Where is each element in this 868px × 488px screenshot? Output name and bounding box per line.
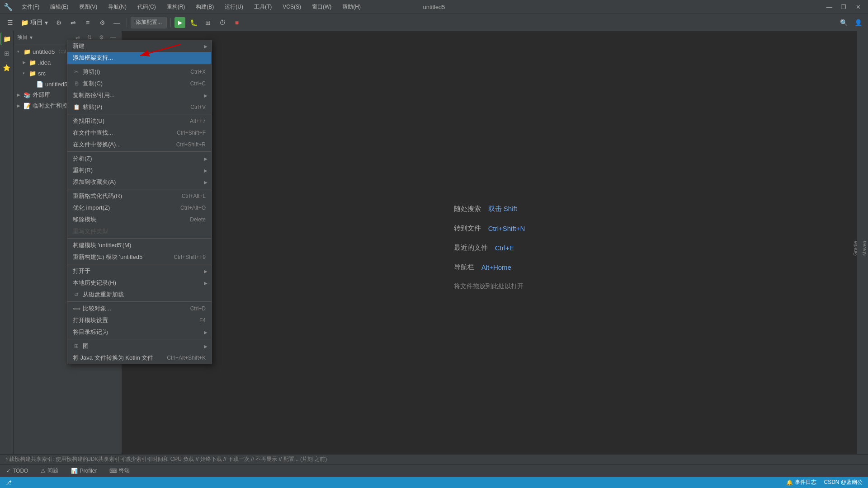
ctx-convert-java-kotlin[interactable]: 将 Java 文件转换为 Kotlin 文件 Ctrl+Alt+Shift+K — [67, 352, 211, 364]
todo-tab[interactable]: ✓ TODO — [4, 465, 31, 477]
ctx-find-in-files[interactable]: 在文件中查找... Ctrl+Shift+F — [67, 127, 211, 139]
ctx-remove-module[interactable]: 移除模块 Delete — [67, 214, 211, 225]
ctx-remove-module-label: 移除模块 — [73, 216, 187, 224]
structure-activity-icon[interactable]: ⊞ — [0, 47, 13, 60]
ctx-reformat-shortcut: Ctrl+Alt+L — [182, 193, 206, 199]
terminal-tab[interactable]: ⌨ 终端 — [107, 465, 132, 477]
cut-icon: ✂ — [73, 69, 80, 75]
user-status[interactable]: CSDN @蓝幽公 — [822, 477, 864, 488]
maven-sidebar-item[interactable]: Maven — [861, 239, 868, 258]
ctx-copy[interactable]: ⎘ 复制(C) Ctrl+C — [67, 78, 211, 89]
ctx-paste-label: 粘贴(P) — [83, 103, 188, 111]
tree-root-label: untitled5 — [33, 48, 55, 55]
ctx-open-in-label: 打开于 — [73, 267, 206, 275]
toolbar-right: 🔍 👤 — [837, 16, 864, 29]
ctx-build-module[interactable]: 构建模块 'untitled5'(M) — [67, 239, 211, 251]
ctx-paste[interactable]: 📋 粘贴(P) Ctrl+V — [67, 101, 211, 113]
gradle-sidebar-item[interactable]: Gradle — [852, 239, 859, 258]
ctx-open-in[interactable]: 打开于 ▶ — [67, 265, 211, 277]
menu-vcs[interactable]: VCS(S) — [281, 3, 303, 11]
menu-view[interactable]: 视图(V) — [77, 2, 99, 12]
profile-button[interactable]: ⏱ — [216, 16, 229, 29]
balance-icon[interactable]: ⇌ — [67, 16, 80, 29]
maximize-button[interactable]: ❐ — [837, 0, 850, 13]
ctx-cut[interactable]: ✂ 剪切(I) Ctrl+X — [67, 66, 211, 78]
tree-label-src: src — [38, 70, 46, 77]
ctx-rebuild-module[interactable]: 重新构建(E) 模块 'untitled5' Ctrl+Shift+F9 — [67, 251, 211, 263]
folder-icon: 📁 — [21, 19, 28, 26]
menu-run[interactable]: 运行(U) — [223, 2, 245, 12]
tree-label-idea: .idea — [38, 59, 51, 66]
diagram-icon: ⊞ — [73, 343, 80, 349]
todo-icon: ✓ — [6, 468, 11, 474]
status-right: 🔔 事件日志 CSDN @蓝幽公 — [784, 477, 864, 488]
ctx-copy-path-arrow: ▶ — [204, 93, 208, 98]
menu-bar: 🔧 文件(F) 编辑(E) 视图(V) 导航(N) 代码(C) 重构(R) 构建… — [4, 2, 363, 12]
project-activity-icon[interactable]: 📁 — [0, 33, 13, 45]
ctx-reformat[interactable]: 重新格式化代码(R) Ctrl+Alt+L — [67, 190, 211, 202]
status-bar: ⎇ 🔔 事件日志 CSDN @蓝幽公 — [0, 477, 868, 488]
ctx-build-module-label: 构建模块 'untitled5'(M) — [73, 241, 206, 249]
ctx-reload-from-disk[interactable]: ↺ 从磁盘重新加载 — [67, 289, 211, 300]
menu-edit[interactable]: 编辑(E) — [48, 2, 70, 12]
ctx-open-in-arrow: ▶ — [204, 269, 208, 274]
menu-help[interactable]: 帮助(H) — [340, 2, 363, 12]
ctx-new[interactable]: 新建 ▶ — [67, 40, 211, 52]
menu-build[interactable]: 构建(B) — [194, 2, 216, 12]
close-button[interactable]: ✕ — [852, 0, 864, 13]
reload-icon: ↺ — [73, 291, 80, 298]
run-button[interactable]: ▶ — [175, 17, 185, 28]
add-config-button[interactable]: 添加配置... — [131, 17, 167, 28]
ctx-local-history[interactable]: 本地历史记录(H) ▶ — [67, 277, 211, 289]
ctx-mark-dir-label: 将目录标记为 — [73, 328, 206, 336]
hint-recent-files-row: 最近的文件 Ctrl+E — [454, 244, 514, 252]
user-icon[interactable]: 👤 — [852, 16, 864, 29]
hint-recent-files-label: 最近的文件 — [454, 244, 488, 252]
diff-icon[interactable]: ≡ — [81, 16, 94, 29]
ctx-reformat-label: 重新格式化代码(R) — [73, 192, 179, 200]
copy-icon: ⎘ — [73, 80, 80, 87]
sidebar-toggle[interactable]: ☰ — [4, 16, 16, 29]
ctx-sep-1 — [67, 65, 211, 65]
minus-icon[interactable]: — — [110, 16, 123, 29]
ctx-add-favorites[interactable]: 添加到收藏夹(A) ▶ — [67, 176, 211, 188]
git-status[interactable]: ⎇ — [4, 477, 14, 488]
project-selector[interactable]: 📁 项目 ▾ — [18, 16, 51, 29]
problems-tab[interactable]: ⚠ 问题 — [38, 465, 61, 477]
stop-button[interactable]: ■ — [231, 16, 243, 29]
ctx-copy-path[interactable]: 复制路径/引用... ▶ — [67, 89, 211, 101]
lib-icon: 📚 — [24, 92, 31, 99]
tree-label-external: 外部库 — [33, 91, 50, 99]
gear-icon[interactable]: ⚙ — [96, 16, 108, 29]
ctx-diagram[interactable]: ⊞ 图 ▶ — [67, 340, 211, 352]
ctx-refactor[interactable]: 重构(R) ▶ — [67, 164, 211, 176]
activity-bar: 📁 ⊞ ⭐ — [0, 31, 14, 464]
menu-code[interactable]: 代码(C) — [136, 2, 158, 12]
debug-button[interactable]: 🐛 — [187, 16, 200, 29]
search-icon[interactable]: 🔍 — [837, 16, 850, 29]
ctx-mark-dir-arrow: ▶ — [204, 330, 208, 335]
ctx-replace-in-files[interactable]: 在文件中替换(A)... Ctrl+Shift+R — [67, 139, 211, 150]
ctx-optimize-import[interactable]: 优化 import(Z) Ctrl+Alt+O — [67, 202, 211, 214]
ctx-rebuild-module-label: 重新构建(E) 模块 'untitled5' — [73, 253, 171, 261]
settings-icon[interactable]: ⚙ — [52, 16, 65, 29]
ctx-add-framework[interactable]: 添加框架支持... — [67, 52, 211, 64]
menu-refactor[interactable]: 重构(R) — [165, 2, 187, 12]
ctx-compare[interactable]: ⟺ 比较对象... Ctrl+D — [67, 303, 211, 314]
ctx-mark-dir[interactable]: 将目录标记为 ▶ — [67, 326, 211, 338]
ctx-module-settings[interactable]: 打开模块设置 F4 — [67, 314, 211, 326]
event-log-button[interactable]: 🔔 事件日志 — [784, 477, 818, 488]
chevron-down-icon: ▾ — [30, 34, 33, 41]
profiler-tab[interactable]: 📊 Profiler — [68, 465, 99, 477]
menu-file[interactable]: 文件(F) — [20, 2, 41, 12]
coverage-button[interactable]: ⊞ — [202, 16, 214, 29]
menu-window[interactable]: 窗口(W) — [310, 2, 333, 12]
ctx-rewrite-file-type-label: 重写文件类型 — [73, 227, 206, 235]
minimize-button[interactable]: — — [823, 0, 835, 13]
menu-tools[interactable]: 工具(T) — [252, 2, 274, 12]
bookmark-activity-icon[interactable]: ⭐ — [0, 61, 13, 74]
ctx-analyze[interactable]: 分析(Z) ▶ — [67, 153, 211, 164]
menu-navigate[interactable]: 导航(N) — [106, 2, 128, 12]
profiler-icon: 📊 — [71, 468, 78, 474]
ctx-find-usage[interactable]: 查找用法(U) Alt+F7 — [67, 115, 211, 127]
